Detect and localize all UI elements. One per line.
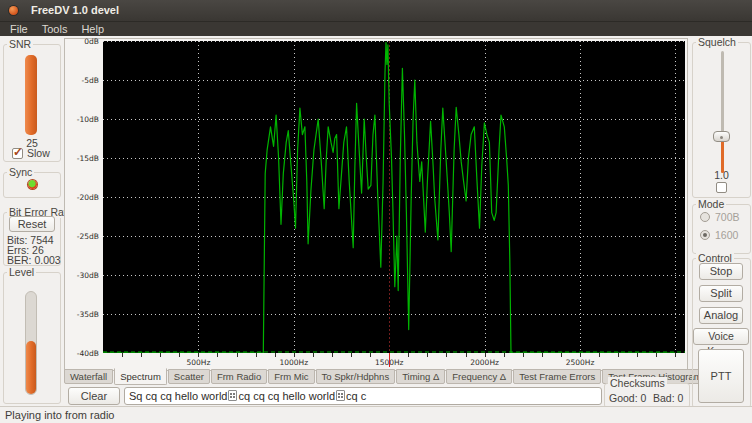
x-axis-tick	[656, 353, 657, 357]
x-axis-tick	[675, 353, 676, 357]
y-axis-label: -30dB	[65, 271, 99, 280]
app-icon	[9, 6, 18, 15]
x-axis-tick	[217, 353, 218, 357]
menu-tools[interactable]: Tools	[42, 23, 68, 35]
y-axis-label: -35dB	[65, 310, 99, 319]
x-axis-tick	[198, 353, 199, 357]
x-axis-label: 2500Hz	[566, 358, 595, 367]
snr-group: SNR 25 ✓ Slow	[3, 44, 61, 162]
tab-scatter[interactable]: Scatter	[168, 369, 210, 384]
clear-button[interactable]: Clear	[68, 387, 120, 405]
voice-keyer-button[interactable]: Voice Keyer	[693, 328, 749, 345]
status-bar: Playing into from radio	[0, 406, 752, 423]
snr-label: SNR	[7, 38, 33, 50]
menu-file[interactable]: File	[10, 23, 28, 35]
checksums-bad: Bad: 0	[653, 392, 683, 404]
tab-waterfall[interactable]: Waterfall	[64, 369, 113, 384]
x-axis-tick	[179, 353, 180, 357]
x-axis-tick	[122, 353, 123, 357]
level-gauge	[25, 291, 37, 395]
y-axis-label: -10dB	[65, 115, 99, 124]
tab-frequency-[interactable]: Frequency Δ	[446, 369, 512, 384]
x-axis-tick	[332, 353, 333, 357]
level-label: Level	[7, 266, 36, 278]
mode-group: Mode 700B 1600	[692, 204, 751, 254]
mode-radio-700b[interactable]	[700, 212, 710, 222]
squelch-value: 1.0	[693, 169, 750, 181]
x-axis-tick	[351, 353, 352, 357]
control-char-box-icon	[336, 390, 345, 401]
x-axis-tick	[427, 353, 428, 357]
sync-label: Sync	[7, 166, 34, 178]
message-input[interactable]: Sq cq cq hello worldcq cq cq hello world…	[124, 387, 602, 405]
x-axis-tick	[160, 353, 161, 357]
y-axis-label: 0dB	[65, 37, 99, 46]
x-axis-tick	[599, 353, 600, 357]
x-axis-tick	[466, 353, 467, 357]
control-group: Control Stop Split Analog Voice Keyer PT…	[692, 258, 751, 408]
y-axis-label: -15dB	[65, 154, 99, 163]
snr-slow-checkbox[interactable]: ✓	[12, 148, 23, 159]
squelch-checkbox[interactable]	[716, 182, 727, 193]
x-axis-tick	[370, 353, 371, 357]
sync-led-icon	[28, 180, 37, 189]
mode-radio-1600-label: 1600	[715, 229, 738, 241]
snr-gauge	[25, 55, 37, 135]
stop-button[interactable]: Stop	[699, 263, 743, 280]
tab-frm-mic[interactable]: Frm Mic	[268, 369, 314, 384]
x-axis-tick	[542, 353, 543, 357]
y-axis-label: -25dB	[65, 232, 99, 241]
y-axis-label: -40dB	[65, 349, 99, 358]
x-axis-tick	[256, 353, 257, 357]
x-axis-tick	[313, 353, 314, 357]
x-axis-tick	[446, 353, 447, 357]
check-icon: ✓	[13, 145, 23, 159]
tab-test-frame-errors[interactable]: Test Frame Errors	[513, 369, 601, 384]
x-axis-tick	[294, 353, 295, 357]
tab-frm-radio[interactable]: Frm Radio	[211, 369, 267, 384]
ber-group: Bit Error Rate Reset Bits: 7544 Errs: 26…	[3, 212, 61, 266]
mode-radio-700b-label: 700B	[715, 211, 740, 223]
window-title: FreeDV 1.0 devel	[31, 4, 119, 16]
squelch-label: Squelch	[696, 36, 738, 48]
x-axis-tick	[485, 353, 486, 357]
title-bar[interactable]: FreeDV 1.0 devel	[0, 0, 752, 22]
status-text: Playing into from radio	[5, 409, 114, 421]
y-axis-label: -20dB	[65, 193, 99, 202]
x-axis-tick	[637, 353, 638, 357]
control-char-box-icon	[228, 390, 237, 401]
plot-tab-bar: WaterfallSpectrumScatterFrm RadioFrm Mic…	[64, 369, 688, 386]
spectrum-svg	[103, 41, 685, 353]
tab-spectrum[interactable]: Spectrum	[114, 368, 167, 385]
checksums-good: Good: 0	[609, 392, 646, 404]
snr-gauge-fill	[25, 55, 37, 135]
tab-to-spkr-hdphns[interactable]: To Spkr/Hdphns	[316, 369, 396, 384]
x-axis-tick	[408, 353, 409, 357]
x-axis-tick	[561, 353, 562, 357]
mode-radio-1600[interactable]	[700, 230, 710, 240]
squelch-group: Squelch 1.0	[692, 42, 751, 198]
y-axis-label: -5dB	[65, 76, 99, 85]
freedv-window: FreeDV 1.0 devel File Tools Help SNR 25 …	[0, 0, 752, 423]
ptt-button[interactable]: PTT	[698, 349, 744, 403]
checksums-group: Checksums Good: 0 Bad: 0	[604, 383, 690, 408]
level-group: Level	[3, 272, 61, 404]
split-button[interactable]: Split	[699, 285, 743, 302]
spectrum-plot[interactable]	[103, 41, 685, 353]
mode-label: Mode	[696, 198, 726, 210]
reset-button[interactable]: Reset	[9, 216, 55, 232]
spectrum-plot-panel: 0dB-5dB-10dB-15dB-20dB-25dB-30dB-35dB-40…	[64, 38, 688, 371]
menu-bar: File Tools Help	[0, 22, 752, 36]
snr-slow-label: Slow	[27, 147, 50, 159]
menu-help[interactable]: Help	[81, 23, 104, 35]
analog-button[interactable]: Analog	[699, 307, 743, 324]
x-axis-label: 500Hz	[186, 358, 210, 367]
tune-marker[interactable]	[389, 353, 390, 367]
tab-timing-[interactable]: Timing Δ	[396, 369, 445, 384]
squelch-slider-handle[interactable]	[713, 131, 730, 142]
x-axis-tick	[504, 353, 505, 357]
x-axis-tick	[275, 353, 276, 357]
sync-group: Sync	[3, 172, 61, 198]
slider-grip-icon	[720, 136, 723, 139]
x-axis-label: 2000Hz	[470, 358, 499, 367]
